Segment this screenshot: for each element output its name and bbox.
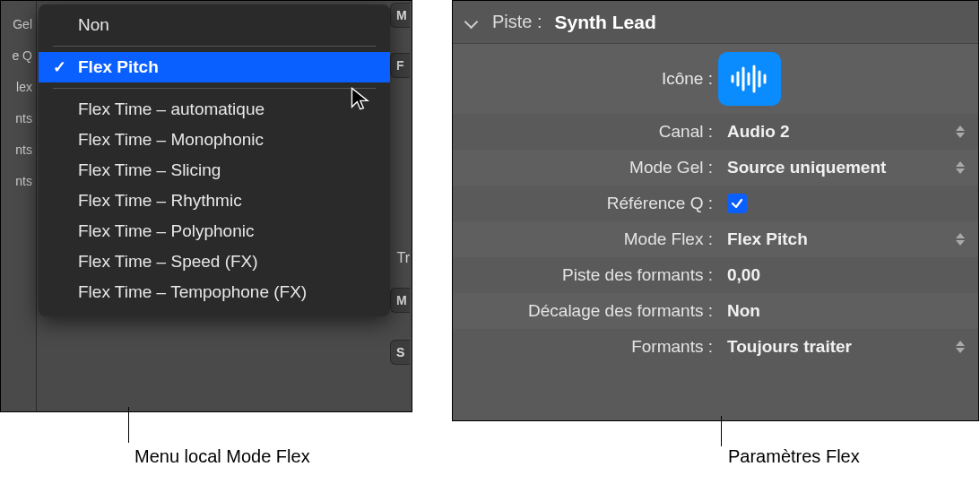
menu-item-label: Flex Pitch [78, 57, 159, 76]
label: Mode Flex : [453, 229, 718, 249]
track-header-key: Piste : [492, 12, 542, 32]
row-mode-gel[interactable]: Mode Gel : Source uniquement [453, 150, 978, 186]
row-canal[interactable]: Canal : Audio 2 [453, 114, 978, 150]
truncated-button[interactable]: S [390, 340, 410, 365]
disclosure-chevron-icon[interactable] [464, 14, 480, 30]
label: Piste des formants : [453, 265, 718, 285]
stepper[interactable] [951, 228, 969, 251]
stepper[interactable] [951, 156, 969, 179]
row-decalage-formants[interactable]: Décalage des formants : Non [453, 293, 978, 329]
value: 0,00 [718, 265, 760, 285]
menu-item[interactable]: Flex Time – Speed (FX) [39, 246, 390, 277]
stepper[interactable] [951, 120, 969, 143]
left-truncated-sidebar: Gel e Q lex nts nts nts [1, 1, 37, 411]
truncated-button[interactable]: M [390, 288, 410, 313]
row-icon: Icône : [453, 44, 978, 114]
value: Non [718, 301, 760, 321]
check-icon [731, 197, 743, 210]
sidebar-fragment: nts [1, 165, 36, 196]
flex-mode-popup-menu[interactable]: Non ✓ Flex Pitch Flex Time – automatique… [39, 4, 390, 316]
value: Source uniquement [718, 158, 886, 177]
menu-item[interactable]: Flex Time – Monophonic [39, 125, 390, 155]
sidebar-fragment: lex [1, 71, 36, 102]
track-header-value: Synth Lead [555, 12, 656, 33]
menu-item[interactable]: Flex Time – automatique [39, 94, 390, 125]
callout-line [128, 407, 129, 443]
value: Toujours traiter [718, 337, 852, 357]
row-formants[interactable]: Formants : Toujours traiter [453, 329, 978, 365]
menu-item[interactable]: Flex Time – Rhythmic [39, 186, 390, 216]
caption-flex-menu: Menu local Mode Flex [134, 446, 310, 467]
track-icon-button[interactable] [718, 52, 781, 106]
sidebar-fragment: Gel [1, 8, 36, 39]
label: Décalage des formants : [453, 301, 718, 321]
background-label: Tr [396, 250, 410, 266]
row-piste-formants[interactable]: Piste des formants : 0,00 [453, 257, 978, 293]
stepper[interactable] [951, 335, 969, 359]
menu-separator [53, 46, 376, 47]
truncated-button[interactable]: F [390, 53, 410, 78]
checkmark-icon: ✓ [53, 57, 66, 77]
label-icon: Icône : [453, 69, 718, 89]
menu-separator [53, 88, 376, 89]
sidebar-fragment: nts [1, 102, 36, 134]
label: Référence Q : [453, 194, 718, 213]
label: Formants : [453, 337, 718, 357]
label: Canal : [453, 122, 718, 142]
value: Flex Pitch [718, 229, 808, 249]
value: Audio 2 [718, 122, 790, 142]
caption-flex-params: Paramètres Flex [728, 446, 860, 467]
menu-item-non[interactable]: Non [39, 10, 390, 40]
menu-item[interactable]: Flex Time – Polyphonic [39, 216, 390, 246]
sidebar-fragment: e Q [1, 39, 36, 71]
right-truncated-buttons: M F M S [390, 1, 412, 411]
flex-mode-popup-panel: Gel e Q lex nts nts nts M F M S Tr Non ✓… [0, 0, 412, 412]
track-inspector-panel: Piste : Synth Lead Icône : Canal : Audio… [452, 0, 979, 421]
checkbox-reference-q[interactable] [727, 194, 747, 213]
row-mode-flex[interactable]: Mode Flex : Flex Pitch [453, 221, 978, 257]
menu-item[interactable]: Flex Time – Slicing [39, 155, 390, 186]
callout-line [721, 416, 722, 446]
row-reference-q[interactable]: Référence Q : [453, 186, 978, 221]
label: Mode Gel : [453, 158, 718, 177]
sidebar-fragment: nts [1, 134, 36, 165]
truncated-button[interactable]: M [390, 3, 410, 28]
track-header[interactable]: Piste : Synth Lead [453, 1, 978, 44]
waveform-icon [729, 65, 770, 93]
menu-item[interactable]: Flex Time – Tempophone (FX) [39, 277, 390, 307]
menu-item-flex-pitch[interactable]: ✓ Flex Pitch [39, 52, 390, 82]
